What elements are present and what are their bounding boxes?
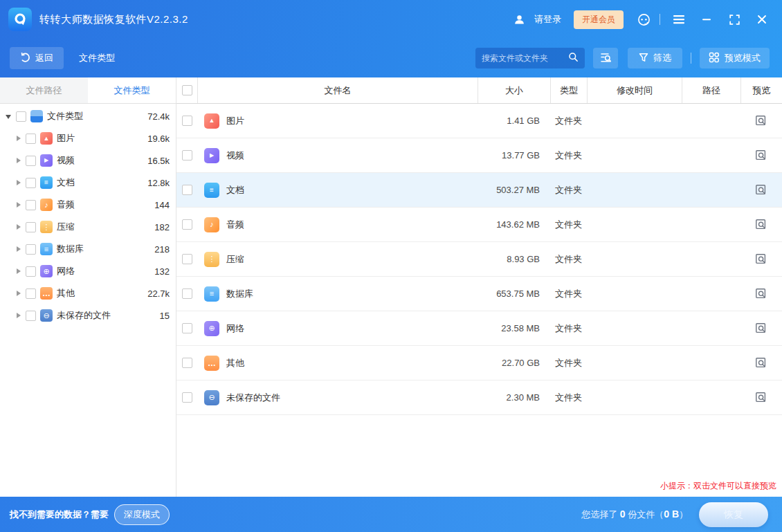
- expand-arrow-icon[interactable]: [15, 290, 22, 297]
- tree-item-checkbox[interactable]: [26, 266, 36, 277]
- deep-mode-button[interactable]: 深度模式: [114, 504, 170, 525]
- tree-item-checkbox[interactable]: [26, 222, 36, 232]
- tree-item-count: 12.8k: [147, 178, 170, 188]
- tab-file-type[interactable]: 文件类型: [88, 77, 176, 103]
- open-vip-button[interactable]: 开通会员: [574, 10, 624, 29]
- recover-button[interactable]: 恢复: [699, 502, 768, 527]
- expand-arrow-icon[interactable]: [15, 223, 22, 230]
- preview-button[interactable]: [755, 357, 767, 369]
- table-row[interactable]: ⊕ 网络 23.58 MB 文件夹: [176, 311, 782, 346]
- row-checkbox[interactable]: [182, 254, 192, 264]
- preview-button[interactable]: [755, 322, 767, 335]
- row-checkbox[interactable]: [182, 358, 192, 368]
- customer-service-icon[interactable]: [633, 9, 654, 30]
- tree-item-unsaved[interactable]: ⊖ 未保存的文件 15: [0, 304, 176, 327]
- close-icon[interactable]: [752, 9, 772, 30]
- tree-item-checkbox[interactable]: [16, 111, 26, 122]
- tree-item-other[interactable]: … 其他 22.7k: [0, 282, 176, 304]
- tree-item-checkbox[interactable]: [26, 244, 36, 255]
- row-checkbox[interactable]: [182, 219, 192, 230]
- maximize-icon[interactable]: [724, 9, 745, 30]
- file-size: 2.30 MB: [478, 380, 550, 414]
- row-checkbox[interactable]: [182, 116, 192, 126]
- tree-item-checkbox[interactable]: [26, 288, 36, 299]
- expand-arrow-icon[interactable]: [15, 135, 22, 142]
- column-header-preview[interactable]: 预览: [740, 77, 782, 103]
- tree-item-count: 19.6k: [147, 134, 170, 144]
- column-header-path[interactable]: 路径: [682, 77, 740, 103]
- expand-arrow-icon[interactable]: [15, 201, 22, 208]
- column-header-size[interactable]: 大小: [478, 77, 550, 103]
- row-checkbox[interactable]: [182, 323, 192, 333]
- expand-arrow-icon[interactable]: [15, 246, 22, 253]
- search-icon[interactable]: [568, 52, 579, 65]
- tree-item-audio[interactable]: ♪ 音频 144: [0, 194, 176, 216]
- back-button[interactable]: 返回: [10, 47, 64, 69]
- file-type: 文件夹: [550, 208, 587, 241]
- row-checkbox[interactable]: [182, 150, 192, 160]
- menu-icon[interactable]: [669, 9, 689, 30]
- file-size: 23.58 MB: [478, 311, 550, 345]
- filetype-icon: [30, 110, 43, 122]
- breadcrumb: 文件类型: [79, 52, 115, 64]
- expand-arrow-icon[interactable]: [15, 157, 22, 164]
- row-checkbox[interactable]: [182, 185, 192, 195]
- table-row[interactable]: … 其他 22.70 GB 文件夹: [176, 346, 782, 380]
- filter-button[interactable]: 筛选: [628, 48, 682, 68]
- preview-mode-button[interactable]: 预览模式: [700, 48, 770, 68]
- preview-button[interactable]: [755, 219, 767, 231]
- file-type: 文件夹: [550, 346, 587, 380]
- file-name: 音频: [226, 219, 244, 231]
- table-row[interactable]: ▶ 视频 13.77 GB 文件夹: [176, 138, 782, 173]
- table-row[interactable]: ⊖ 未保存的文件 2.30 MB 文件夹: [176, 380, 782, 415]
- tree-item-checkbox[interactable]: [26, 134, 36, 144]
- row-checkbox[interactable]: [182, 392, 192, 403]
- preview-button[interactable]: [755, 288, 767, 300]
- expand-arrow-icon[interactable]: [15, 179, 22, 186]
- expand-arrow-icon[interactable]: [6, 113, 12, 120]
- top-bar: 转转大师数据恢复软件V2.2.3.2 请登录 开通会员: [0, 0, 782, 77]
- tree-item-video[interactable]: ▶ 视频 16.5k: [0, 149, 176, 172]
- table-row[interactable]: ⋮ 压缩 8.93 GB 文件夹: [176, 242, 782, 277]
- preview-button[interactable]: [755, 392, 767, 404]
- login-link[interactable]: 请登录: [509, 9, 561, 30]
- preview-button[interactable]: [755, 253, 767, 266]
- table-row[interactable]: ♪ 音频 143.62 MB 文件夹: [176, 208, 782, 242]
- search-in-results-button[interactable]: [593, 48, 618, 68]
- image-icon: ▲: [40, 132, 53, 145]
- file-name: 其他: [226, 357, 244, 369]
- preview-button[interactable]: [755, 115, 767, 127]
- table-row[interactable]: ≡ 文档 503.27 MB 文件夹: [176, 173, 782, 208]
- tree-item-filetype[interactable]: 文件类型 72.4k: [0, 105, 176, 127]
- tree-item-checkbox[interactable]: [26, 156, 36, 166]
- column-header-type[interactable]: 类型: [550, 77, 587, 103]
- tree-item-checkbox[interactable]: [26, 200, 36, 210]
- tree-item-database[interactable]: ≡ 数据库 218: [0, 238, 176, 260]
- tree-item-checkbox[interactable]: [26, 311, 36, 321]
- minimize-icon[interactable]: [696, 9, 717, 30]
- search-input[interactable]: [482, 53, 568, 63]
- tree-item-checkbox[interactable]: [26, 178, 36, 188]
- tree-item-count: 15: [160, 311, 170, 321]
- file-table: 文件名 大小 类型 修改时间 路径 预览 ▲ 图片 1.41 GB 文件夹: [176, 77, 782, 497]
- table-row[interactable]: ▲ 图片 1.41 GB 文件夹: [176, 104, 782, 138]
- expand-arrow-icon[interactable]: [15, 268, 22, 275]
- tree-item-image[interactable]: ▲ 图片 19.6k: [0, 127, 176, 149]
- row-checkbox[interactable]: [182, 288, 192, 299]
- toolbar: 返回 文件类型: [0, 39, 782, 77]
- preview-button[interactable]: [755, 149, 767, 162]
- expand-arrow-icon[interactable]: [15, 312, 22, 319]
- column-header-mtime[interactable]: 修改时间: [587, 77, 682, 103]
- file-mtime: [587, 346, 682, 380]
- tab-file-path[interactable]: 文件路径: [0, 77, 88, 103]
- audio-icon: ♪: [40, 199, 53, 211]
- select-all-checkbox[interactable]: [182, 85, 192, 95]
- preview-button[interactable]: [755, 184, 767, 196]
- tree-item-count: 72.4k: [147, 111, 170, 122]
- table-row[interactable]: ≡ 数据库 653.75 MB 文件夹: [176, 277, 782, 311]
- column-header-name[interactable]: 文件名: [197, 77, 478, 103]
- tree-item-archive[interactable]: ⋮ 压缩 182: [0, 216, 176, 238]
- tree-item-network[interactable]: ⊕ 网络 132: [0, 260, 176, 282]
- tree-item-document[interactable]: ≡ 文档 12.8k: [0, 172, 176, 194]
- tree-item-label: 压缩: [57, 221, 75, 233]
